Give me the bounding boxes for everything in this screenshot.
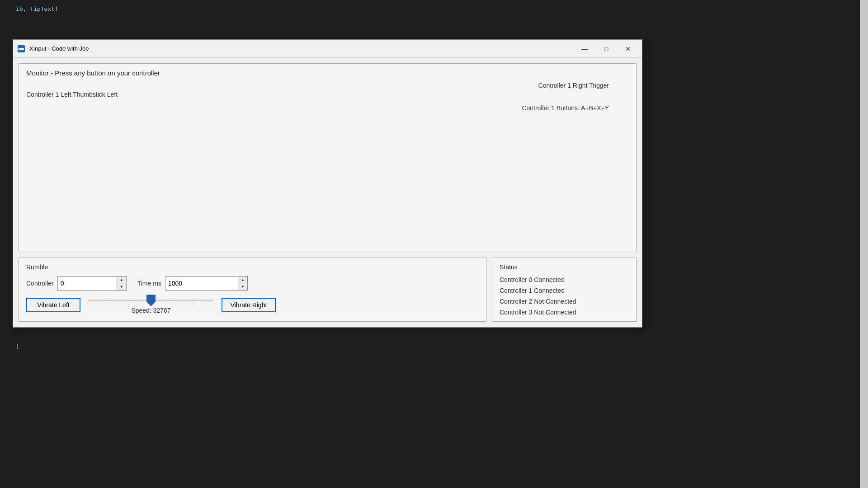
monitor-buttons: Controller 1 Buttons: A+B+X+Y (522, 104, 609, 112)
status-items: Controller 0 Connected Controller 1 Conn… (500, 276, 629, 316)
status-section: Status Controller 0 Connected Controller… (492, 258, 637, 322)
controller-decrement[interactable]: ▼ (117, 283, 126, 290)
monitor-right-trigger: Controller 1 Right Trigger (538, 82, 609, 89)
app-icon (17, 44, 26, 53)
tick-7 (214, 302, 214, 305)
tick-6 (193, 302, 193, 305)
status-item-2: Controller 2 Not Connected (500, 298, 629, 305)
status-item-0: Controller 0 Connected (500, 276, 629, 283)
vibrate-right-button[interactable]: Vibrate Right (222, 298, 276, 312)
time-spinner-buttons: ▲ ▼ (238, 277, 247, 290)
close-button[interactable]: ✕ (618, 42, 638, 56)
scrollbar[interactable] (860, 0, 868, 488)
controller-group: Controller ▲ ▼ (26, 276, 127, 291)
controller-spinner: ▲ ▼ (57, 276, 127, 291)
speed-slider-track[interactable] (88, 296, 214, 305)
time-spinner: ▲ ▼ (165, 276, 248, 291)
speed-slider-container: Speed: 32767 (88, 296, 214, 314)
time-increment[interactable]: ▲ (238, 277, 247, 283)
bottom-row: Rumble Controller ▲ ▼ Time ms (19, 258, 637, 322)
monitor-left-thumbstick: Controller 1 Left Thumbstick Left (26, 91, 118, 98)
status-item-1: Controller 1 Connected (500, 287, 629, 294)
time-group: Time ms ▲ ▼ (137, 276, 248, 291)
rumble-label: Rumble (26, 263, 479, 271)
svg-rect-2 (19, 49, 24, 50)
maximize-button[interactable]: □ (596, 42, 617, 56)
main-window: XInput - Code with Joe — □ ✕ Monitor - P… (13, 39, 642, 328)
title-bar: XInput - Code with Joe — □ ✕ (13, 40, 642, 58)
status-item-3: Controller 3 Not Connected (500, 309, 629, 316)
status-label: Status (500, 263, 629, 271)
window-controls: — □ ✕ (574, 42, 638, 56)
speed-label: Speed: 32767 (131, 307, 170, 314)
time-value[interactable] (165, 277, 238, 290)
controller-value[interactable] (58, 277, 117, 290)
monitor-header: Monitor - Press any button on your contr… (26, 69, 629, 77)
window-title: XInput - Code with Joe (29, 45, 574, 52)
vibrate-left-button[interactable]: Vibrate Left (26, 298, 80, 312)
rumble-controls: Controller ▲ ▼ Time ms (26, 276, 479, 291)
time-label: Time ms (137, 280, 161, 287)
svg-rect-1 (19, 48, 24, 49)
tick-3 (130, 302, 130, 305)
controller-spinner-buttons: ▲ ▼ (117, 277, 126, 290)
controller-increment[interactable]: ▲ (117, 277, 126, 283)
minimize-button[interactable]: — (574, 42, 595, 56)
tick-1 (88, 302, 88, 305)
window-content: Monitor - Press any button on your contr… (13, 58, 642, 327)
monitor-section: Monitor - Press any button on your contr… (19, 63, 637, 252)
code-line-10: ) (16, 343, 19, 350)
tick-5 (172, 302, 172, 305)
tick-2 (109, 302, 109, 305)
rumble-section: Rumble Controller ▲ ▼ Time ms (19, 258, 486, 322)
controller-label: Controller (26, 280, 54, 287)
vibrate-row: Vibrate Left (26, 296, 479, 314)
code-text-snippet: ib, TipText) (16, 5, 58, 12)
time-decrement[interactable]: ▼ (238, 283, 247, 290)
